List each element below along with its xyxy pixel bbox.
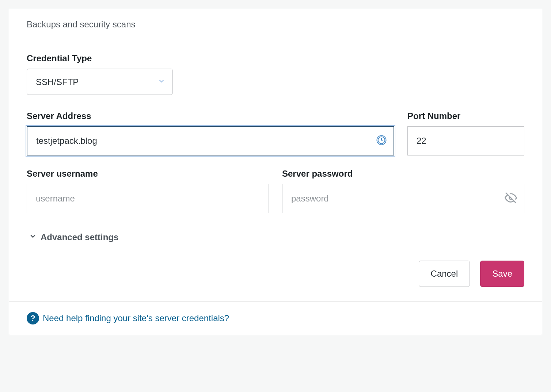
help-link[interactable]: ? Need help finding your site's server c… [27,312,229,324]
username-field: Server username [27,169,269,213]
chevron-down-icon [29,232,37,242]
port-number-label: Port Number [407,111,524,121]
server-address-field: Server Address [27,111,394,155]
server-address-input[interactable] [27,126,394,155]
port-number-field: Port Number [407,111,524,155]
card-body: Credential Type SSH/SFTP Server Address [9,40,542,301]
row-credentials: Server username Server password [27,169,524,213]
credential-type-select-wrap: SSH/SFTP [27,69,173,95]
port-number-input[interactable] [407,126,524,155]
form-actions: Cancel Save [27,261,524,287]
history-icon[interactable] [376,135,387,147]
help-link-text: Need help finding your site's server cre… [43,313,229,323]
advanced-settings-label: Advanced settings [41,232,118,242]
card-title: Backups and security scans [27,19,135,29]
password-input[interactable] [282,184,524,213]
username-input[interactable] [27,184,269,213]
password-input-wrap [282,184,524,213]
row-server-port: Server Address Port Number [27,111,524,155]
settings-card: Backups and security scans Credential Ty… [9,9,542,335]
advanced-settings-toggle[interactable]: Advanced settings [27,232,118,242]
save-button[interactable]: Save [480,261,524,287]
server-address-input-wrap [27,126,394,155]
server-address-label: Server Address [27,111,394,121]
credential-type-select[interactable]: SSH/SFTP [27,69,173,95]
visibility-off-icon[interactable] [505,192,517,205]
credential-type-label: Credential Type [27,53,524,64]
username-label: Server username [27,169,269,179]
password-label: Server password [282,169,524,179]
card-footer: ? Need help finding your site's server c… [9,301,542,335]
password-field: Server password [282,169,524,213]
card-header: Backups and security scans [9,9,542,40]
help-icon: ? [27,312,39,324]
cancel-button[interactable]: Cancel [419,261,470,287]
